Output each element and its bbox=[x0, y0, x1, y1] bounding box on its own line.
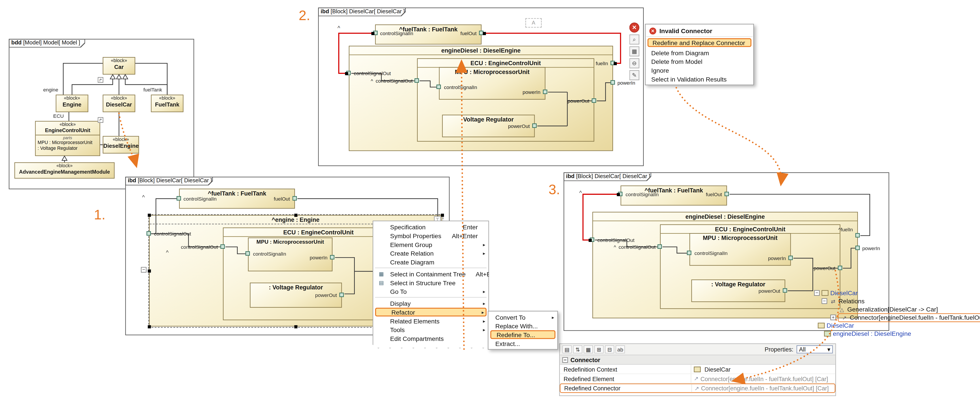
generalization-line[interactable] bbox=[72, 79, 113, 94]
connector-endpoint-handle[interactable] bbox=[483, 32, 486, 35]
port-controlsignalin-mpu[interactable] bbox=[245, 251, 250, 255]
menu-item-go-to[interactable]: Go To▸ bbox=[374, 287, 488, 296]
port-label: powerOut bbox=[755, 288, 780, 294]
connector-endpoint-handle[interactable] bbox=[617, 193, 620, 196]
selection-handle[interactable] bbox=[294, 214, 298, 217]
block-car[interactable]: «block»Car bbox=[103, 57, 135, 75]
port-powerout-ecu[interactable] bbox=[592, 98, 596, 103]
block-fueltank[interactable]: «block»FuelTank bbox=[151, 94, 183, 112]
port-fuelin-redefined[interactable] bbox=[856, 233, 860, 238]
port-powerout-vr[interactable] bbox=[339, 293, 344, 297]
menu-item-create-relation[interactable]: Create Relation▸ bbox=[374, 249, 488, 258]
selection-handle[interactable] bbox=[148, 214, 151, 217]
menu-item-extract[interactable]: Extract... bbox=[489, 339, 557, 348]
bdd-diagram-tab[interactable]: bdd [Model] Model[ Model ] bbox=[9, 39, 85, 48]
port-powerin-mpu[interactable] bbox=[788, 255, 793, 260]
ibd-diagram-tab[interactable]: ibd [Block] DieselCar[ DieselCar ] bbox=[125, 177, 213, 185]
menu-item-replace-with[interactable]: Replace With... bbox=[489, 321, 557, 330]
table-view-icon[interactable]: ▦ bbox=[584, 345, 593, 353]
menu-item-display[interactable]: Display▸ bbox=[374, 299, 488, 308]
port-controlsignalin-mpu[interactable] bbox=[687, 251, 692, 255]
selection-handle[interactable] bbox=[148, 325, 151, 328]
menu-item-delete-from-diagram[interactable]: Delete from Diagram bbox=[646, 48, 752, 57]
connector-endpoint-handle[interactable] bbox=[371, 32, 374, 35]
connector-endpoint-handle[interactable] bbox=[589, 239, 592, 242]
port-powerin-enginediesel[interactable] bbox=[611, 80, 615, 85]
part-item[interactable]: : Voltage Regulator bbox=[36, 145, 100, 151]
connector-endpoint-handle[interactable] bbox=[345, 72, 348, 75]
ibd-diagram-tab[interactable]: ibd [Block] DieselCar[ DieselCar ] bbox=[318, 8, 406, 16]
property-value[interactable]: DieselCar bbox=[691, 365, 835, 372]
expand-icon[interactable]: + bbox=[830, 314, 836, 320]
port-powerout-vr[interactable] bbox=[783, 288, 787, 293]
edit-icon[interactable]: ✎ bbox=[629, 70, 640, 80]
association-engine-line[interactable] bbox=[63, 63, 103, 94]
port-powerout-ecu[interactable] bbox=[838, 266, 842, 270]
tree-item-enginediesel-part[interactable]: engineDiesel : DieselEngine bbox=[814, 330, 980, 338]
find-icon[interactable]: ⌕ bbox=[629, 35, 640, 45]
block-enginecontrolunit[interactable]: «block» EngineControlUnit parts MPU : Mi… bbox=[35, 121, 100, 156]
menu-item-refactor[interactable]: Refactor▸ bbox=[375, 308, 487, 317]
menu-item-convert-to[interactable]: Convert To▸ bbox=[489, 313, 557, 321]
port-fuelout[interactable] bbox=[293, 196, 297, 201]
tree-item-dieselcar[interactable]: −DieselCar bbox=[814, 289, 980, 297]
menu-item-create-diagram[interactable]: Create Diagram bbox=[374, 258, 488, 267]
block-advancedenginemanagementmodule[interactable]: «block»AdvancedEngineManagementModule bbox=[14, 163, 115, 179]
invalid-marker-icon[interactable]: ✕ bbox=[629, 22, 640, 32]
property-value[interactable]: ↗Connector[engine.fuelIn - fuelTank.fuel… bbox=[692, 385, 835, 392]
port-controlsignalin-mpu[interactable] bbox=[436, 85, 441, 89]
abbreviations-icon[interactable]: ab bbox=[616, 345, 625, 353]
tree-item-generalization[interactable]: △Generalization[DieselCar -> Car] bbox=[814, 305, 980, 313]
port-controlsignalin[interactable] bbox=[177, 196, 181, 201]
port-label: powerOut bbox=[810, 266, 835, 271]
expand-all-icon[interactable]: ⊞ bbox=[594, 345, 604, 353]
menu-item-element-group[interactable]: Element Group▸ bbox=[374, 240, 488, 249]
block-dieselengine[interactable]: «block»DieselEngine bbox=[103, 136, 139, 153]
menu-item-related-elements[interactable]: Related Elements▸ bbox=[374, 316, 488, 325]
ibd-diagram-tab[interactable]: ibd [Block] DieselCar[ DieselCar ] bbox=[564, 172, 651, 181]
collapse-compartment-button[interactable]: − bbox=[141, 267, 146, 273]
port-powerin-mpu[interactable] bbox=[330, 255, 334, 259]
part-item[interactable]: MPU : MicroprocessorUnit bbox=[36, 140, 100, 145]
collapse-all-icon[interactable]: ⊟ bbox=[605, 345, 614, 353]
tree-item-connector[interactable]: +↗Connector[engineDiesel.fuelIn - fuelTa… bbox=[814, 313, 980, 321]
connector-endpoint-handle[interactable] bbox=[614, 62, 617, 65]
collapse-icon[interactable]: − bbox=[562, 357, 568, 362]
block-dieselcar[interactable]: «block»DieselCar bbox=[103, 94, 135, 112]
port-controlsignalout-ecu[interactable] bbox=[415, 78, 419, 83]
tree-item-relations[interactable]: −⇄Relations bbox=[814, 297, 980, 305]
tree-item-dieselcar-2[interactable]: DieselCar bbox=[814, 321, 980, 330]
menu-item-select-in-validation-results[interactable]: Select in Validation Results bbox=[646, 75, 752, 83]
grid-icon[interactable]: ▦ bbox=[629, 46, 640, 56]
selection-handle[interactable] bbox=[294, 325, 298, 328]
properties-scope-dropdown[interactable]: All▾ bbox=[797, 345, 833, 353]
property-value[interactable]: ↗Connector[engine.fuelIn - fuelTank.fuel… bbox=[691, 375, 835, 382]
selection-handle[interactable] bbox=[148, 270, 151, 273]
menu-item-edit-compartments[interactable]: Edit Compartments bbox=[374, 334, 488, 343]
block-engine[interactable]: «block»Engine bbox=[56, 94, 88, 112]
port-powerout-vr[interactable] bbox=[532, 123, 537, 128]
categorized-view-icon[interactable]: ▤ bbox=[562, 345, 572, 353]
port-controlsignalout-ecu[interactable] bbox=[220, 244, 225, 249]
port-controlsignalout[interactable] bbox=[146, 231, 151, 236]
port-controlsignalout-ecu[interactable] bbox=[657, 244, 662, 249]
collapse-icon[interactable]: − bbox=[814, 290, 820, 296]
menu-item-delete-from-model[interactable]: Delete from Model bbox=[646, 57, 752, 66]
menu-item-specification[interactable]: SpecificationEnter bbox=[374, 222, 488, 231]
port-powerin-mpu[interactable] bbox=[543, 90, 547, 94]
menu-item-symbol-properties[interactable]: Symbol PropertiesAlt+Enter bbox=[374, 231, 488, 240]
selection-handle[interactable] bbox=[441, 214, 444, 217]
port-fuelout[interactable] bbox=[725, 192, 729, 196]
menu-item-tools[interactable]: Tools▸ bbox=[374, 325, 488, 334]
refactor-submenu: Convert To▸ Replace With... Redefine To.… bbox=[488, 311, 558, 350]
properties-section-connector[interactable]: −Connector bbox=[560, 355, 835, 365]
menu-item-select-in-containment-tree[interactable]: ▦Select in Containment TreeAlt+B bbox=[374, 270, 488, 278]
menu-item-redefine-to[interactable]: Redefine To... bbox=[490, 330, 555, 339]
menu-item-ignore[interactable]: Ignore bbox=[646, 66, 752, 75]
port-powerin-enginediesel[interactable] bbox=[856, 246, 860, 250]
sort-icon[interactable]: ⇅ bbox=[573, 345, 582, 353]
menu-item-redefine-and-replace-connector[interactable]: Redefine and Replace Connector bbox=[648, 38, 751, 47]
zoom-out-icon[interactable]: ⊖ bbox=[629, 58, 640, 68]
collapse-icon[interactable]: − bbox=[821, 298, 827, 304]
menu-item-select-in-structure-tree[interactable]: ▤Select in Structure Tree bbox=[374, 278, 488, 287]
